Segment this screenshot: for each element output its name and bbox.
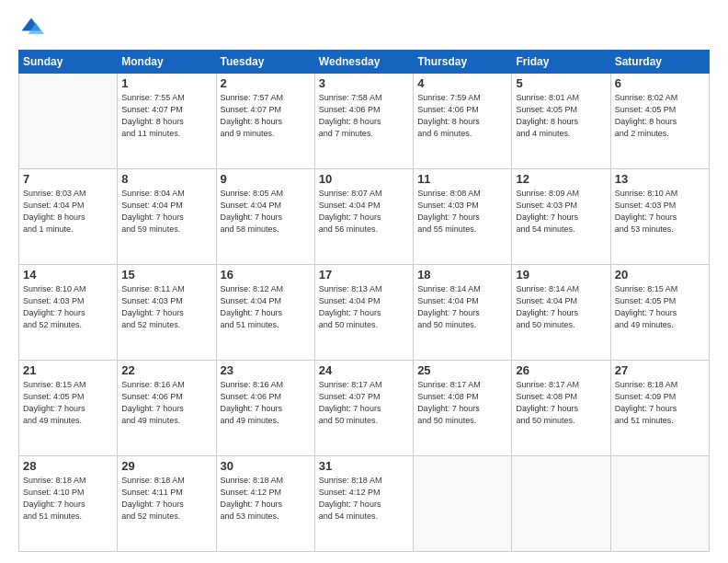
day-info: Sunrise: 8:15 AMSunset: 4:05 PMDaylight:… xyxy=(615,283,705,331)
day-info: Sunrise: 8:05 AMSunset: 4:04 PMDaylight:… xyxy=(221,188,311,236)
header xyxy=(18,15,710,40)
calendar-cell xyxy=(512,456,610,552)
day-info: Sunrise: 8:08 AMSunset: 4:03 PMDaylight:… xyxy=(417,188,507,236)
day-number: 18 xyxy=(417,268,507,282)
day-info: Sunrise: 8:04 AMSunset: 4:04 PMDaylight:… xyxy=(121,188,211,236)
day-number: 28 xyxy=(23,459,113,473)
calendar-header-row: SundayMondayTuesdayWednesdayThursdayFrid… xyxy=(19,51,710,74)
day-number: 19 xyxy=(516,268,606,282)
calendar-cell: 19Sunrise: 8:14 AMSunset: 4:04 PMDayligh… xyxy=(512,265,610,361)
calendar-cell: 31Sunrise: 8:18 AMSunset: 4:12 PMDayligh… xyxy=(314,456,413,552)
day-info: Sunrise: 8:17 AMSunset: 4:08 PMDaylight:… xyxy=(417,379,507,427)
day-info: Sunrise: 8:01 AMSunset: 4:05 PMDaylight:… xyxy=(516,92,606,140)
calendar-cell xyxy=(610,456,709,552)
day-info: Sunrise: 8:09 AMSunset: 4:03 PMDaylight:… xyxy=(516,188,606,236)
logo xyxy=(18,15,48,40)
day-info: Sunrise: 7:57 AMSunset: 4:07 PMDaylight:… xyxy=(221,92,311,140)
calendar-cell: 7Sunrise: 8:03 AMSunset: 4:04 PMDaylight… xyxy=(19,169,118,265)
calendar-cell: 16Sunrise: 8:12 AMSunset: 4:04 PMDayligh… xyxy=(216,265,314,361)
calendar-cell xyxy=(414,456,512,552)
week-row-1: 1Sunrise: 7:55 AMSunset: 4:07 PMDaylight… xyxy=(19,74,710,169)
week-row-4: 21Sunrise: 8:15 AMSunset: 4:05 PMDayligh… xyxy=(19,361,710,456)
day-number: 27 xyxy=(615,363,705,377)
calendar-cell: 8Sunrise: 8:04 AMSunset: 4:04 PMDaylight… xyxy=(118,169,216,265)
day-number: 10 xyxy=(319,172,409,186)
day-number: 21 xyxy=(23,363,113,377)
day-number: 7 xyxy=(23,172,113,186)
calendar-cell: 25Sunrise: 8:17 AMSunset: 4:08 PMDayligh… xyxy=(414,361,512,456)
calendar-cell: 13Sunrise: 8:10 AMSunset: 4:03 PMDayligh… xyxy=(610,169,709,265)
calendar-cell: 14Sunrise: 8:10 AMSunset: 4:03 PMDayligh… xyxy=(19,265,118,361)
day-info: Sunrise: 8:13 AMSunset: 4:04 PMDaylight:… xyxy=(319,283,409,331)
calendar-cell: 12Sunrise: 8:09 AMSunset: 4:03 PMDayligh… xyxy=(512,169,610,265)
day-number: 3 xyxy=(319,76,409,90)
day-info: Sunrise: 8:17 AMSunset: 4:07 PMDaylight:… xyxy=(319,379,409,427)
day-number: 23 xyxy=(221,363,311,377)
col-header-friday: Friday xyxy=(512,51,610,74)
day-info: Sunrise: 7:55 AMSunset: 4:07 PMDaylight:… xyxy=(121,92,211,140)
day-info: Sunrise: 8:14 AMSunset: 4:04 PMDaylight:… xyxy=(516,283,606,331)
day-number: 25 xyxy=(417,363,507,377)
day-number: 20 xyxy=(615,268,705,282)
calendar-cell: 6Sunrise: 8:02 AMSunset: 4:05 PMDaylight… xyxy=(610,74,709,169)
day-number: 2 xyxy=(221,76,311,90)
day-number: 12 xyxy=(516,172,606,186)
day-number: 1 xyxy=(121,76,211,90)
calendar-cell: 20Sunrise: 8:15 AMSunset: 4:05 PMDayligh… xyxy=(610,265,709,361)
day-number: 11 xyxy=(417,172,507,186)
day-info: Sunrise: 7:59 AMSunset: 4:06 PMDaylight:… xyxy=(417,92,507,140)
day-info: Sunrise: 8:10 AMSunset: 4:03 PMDaylight:… xyxy=(615,188,705,236)
day-number: 22 xyxy=(121,363,211,377)
calendar-cell: 29Sunrise: 8:18 AMSunset: 4:11 PMDayligh… xyxy=(118,456,216,552)
col-header-saturday: Saturday xyxy=(610,51,709,74)
day-info: Sunrise: 8:14 AMSunset: 4:04 PMDaylight:… xyxy=(417,283,507,331)
day-number: 13 xyxy=(615,172,705,186)
calendar-cell: 21Sunrise: 8:15 AMSunset: 4:05 PMDayligh… xyxy=(19,361,118,456)
day-number: 24 xyxy=(319,363,409,377)
calendar-cell: 30Sunrise: 8:18 AMSunset: 4:12 PMDayligh… xyxy=(216,456,314,552)
col-header-monday: Monday xyxy=(118,51,216,74)
day-info: Sunrise: 8:02 AMSunset: 4:05 PMDaylight:… xyxy=(615,92,705,140)
logo-icon xyxy=(18,15,44,40)
calendar-cell: 28Sunrise: 8:18 AMSunset: 4:10 PMDayligh… xyxy=(19,456,118,552)
calendar-cell: 1Sunrise: 7:55 AMSunset: 4:07 PMDaylight… xyxy=(118,74,216,169)
day-number: 26 xyxy=(516,363,606,377)
calendar-cell: 15Sunrise: 8:11 AMSunset: 4:03 PMDayligh… xyxy=(118,265,216,361)
day-info: Sunrise: 8:07 AMSunset: 4:04 PMDaylight:… xyxy=(319,188,409,236)
day-info: Sunrise: 8:10 AMSunset: 4:03 PMDaylight:… xyxy=(23,283,113,331)
day-number: 15 xyxy=(121,268,211,282)
day-number: 29 xyxy=(121,459,211,473)
calendar-cell xyxy=(19,74,118,169)
day-info: Sunrise: 8:18 AMSunset: 4:11 PMDaylight:… xyxy=(121,475,211,523)
day-number: 8 xyxy=(121,172,211,186)
day-info: Sunrise: 8:18 AMSunset: 4:12 PMDaylight:… xyxy=(221,475,311,523)
day-info: Sunrise: 7:58 AMSunset: 4:06 PMDaylight:… xyxy=(319,92,409,140)
day-info: Sunrise: 8:11 AMSunset: 4:03 PMDaylight:… xyxy=(121,283,211,331)
calendar-cell: 22Sunrise: 8:16 AMSunset: 4:06 PMDayligh… xyxy=(118,361,216,456)
day-number: 5 xyxy=(516,76,606,90)
col-header-sunday: Sunday xyxy=(19,51,118,74)
day-info: Sunrise: 8:16 AMSunset: 4:06 PMDaylight:… xyxy=(121,379,211,427)
day-info: Sunrise: 8:18 AMSunset: 4:12 PMDaylight:… xyxy=(319,475,409,523)
page: SundayMondayTuesdayWednesdayThursdayFrid… xyxy=(0,0,728,563)
week-row-3: 14Sunrise: 8:10 AMSunset: 4:03 PMDayligh… xyxy=(19,265,710,361)
day-info: Sunrise: 8:15 AMSunset: 4:05 PMDaylight:… xyxy=(23,379,113,427)
week-row-2: 7Sunrise: 8:03 AMSunset: 4:04 PMDaylight… xyxy=(19,169,710,265)
day-info: Sunrise: 8:12 AMSunset: 4:04 PMDaylight:… xyxy=(221,283,311,331)
calendar-table: SundayMondayTuesdayWednesdayThursdayFrid… xyxy=(18,50,710,552)
calendar-cell: 18Sunrise: 8:14 AMSunset: 4:04 PMDayligh… xyxy=(414,265,512,361)
day-info: Sunrise: 8:16 AMSunset: 4:06 PMDaylight:… xyxy=(221,379,311,427)
day-number: 31 xyxy=(319,459,409,473)
calendar-cell: 23Sunrise: 8:16 AMSunset: 4:06 PMDayligh… xyxy=(216,361,314,456)
calendar-cell: 24Sunrise: 8:17 AMSunset: 4:07 PMDayligh… xyxy=(314,361,413,456)
day-number: 17 xyxy=(319,268,409,282)
day-number: 9 xyxy=(221,172,311,186)
col-header-wednesday: Wednesday xyxy=(314,51,413,74)
day-number: 14 xyxy=(23,268,113,282)
calendar-cell: 27Sunrise: 8:18 AMSunset: 4:09 PMDayligh… xyxy=(610,361,709,456)
day-number: 16 xyxy=(221,268,311,282)
day-number: 6 xyxy=(615,76,705,90)
day-info: Sunrise: 8:17 AMSunset: 4:08 PMDaylight:… xyxy=(516,379,606,427)
calendar-cell: 17Sunrise: 8:13 AMSunset: 4:04 PMDayligh… xyxy=(314,265,413,361)
calendar-cell: 9Sunrise: 8:05 AMSunset: 4:04 PMDaylight… xyxy=(216,169,314,265)
